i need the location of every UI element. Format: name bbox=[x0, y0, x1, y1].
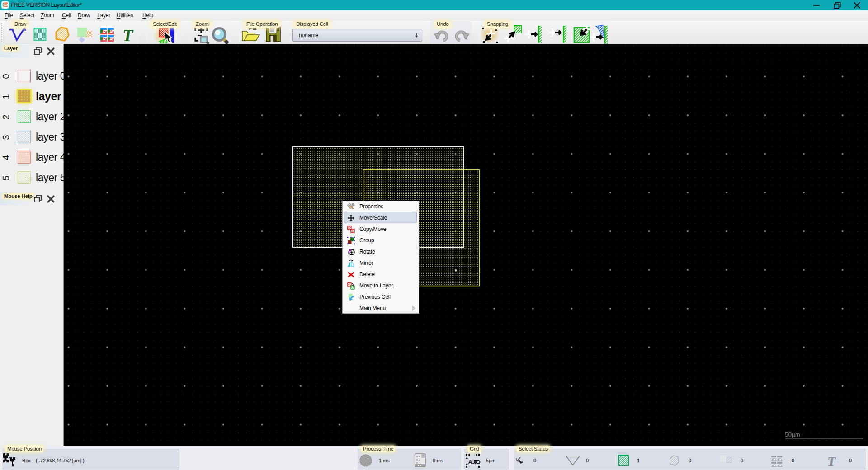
svg-text:50µm: 50µm bbox=[785, 431, 800, 438]
svg-text:T: T bbox=[827, 454, 836, 469]
svg-text:T: T bbox=[123, 26, 134, 44]
svg-text:AUTO: AUTO bbox=[468, 459, 481, 465]
